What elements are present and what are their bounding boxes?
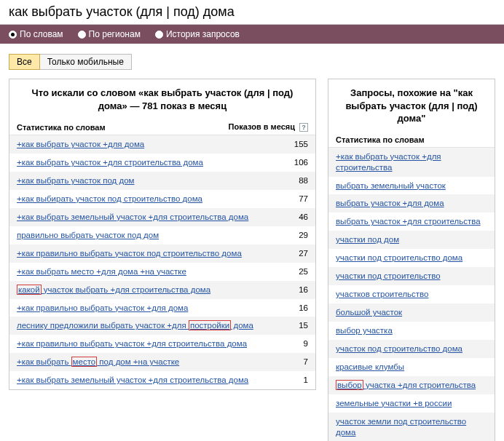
table-row: +как правильно выбрать участок +для дома… <box>9 299 315 317</box>
query-link[interactable]: красивые клумбы <box>336 362 404 371</box>
query-link[interactable]: +как правильно выбрать участок +для стро… <box>17 339 247 348</box>
tab-mobile-only[interactable]: Только мобильные <box>40 54 132 70</box>
query-link[interactable]: +как правильно выбрать участок +для дома <box>17 303 188 312</box>
query-link[interactable]: большой участок <box>336 308 402 317</box>
query-link[interactable]: +как выбрать участок +для строительства … <box>17 158 203 167</box>
table-row: земельные участки +в россии <box>328 394 495 413</box>
table-row: правильно выбрать участок под дом29 <box>9 226 315 245</box>
impressions-count: 155 <box>288 139 308 150</box>
impressions-count: 16 <box>293 285 308 295</box>
panel-similar-queries: Запросы, похожие на "как выбрать участок… <box>328 79 495 441</box>
table-row: +как выбрать участок +для строительства … <box>9 154 315 172</box>
col-impressions: Показов в месяц ? <box>229 122 308 132</box>
radio-icon <box>9 31 17 39</box>
impressions-count: 27 <box>293 248 308 259</box>
table-row: +как выбрать участок +для строительства <box>328 148 495 177</box>
table-row: участок под строительство дома <box>328 340 495 358</box>
radio-icon <box>155 31 163 39</box>
impressions-count: 88 <box>293 175 308 186</box>
table-row: участки под строительство <box>328 267 495 285</box>
search-input[interactable] <box>6 3 498 21</box>
query-link[interactable]: участки под дом <box>336 235 399 244</box>
search-bar <box>0 0 504 25</box>
impressions-count: 106 <box>288 157 308 168</box>
query-link[interactable]: выбрать участок +для дома <box>336 199 444 207</box>
query-link[interactable]: +как выбрать место +для дома +на участке <box>17 267 186 276</box>
query-link[interactable]: участки под строительство дома <box>336 253 462 262</box>
table-row: +как выбрать земельный участок +для стро… <box>9 371 315 389</box>
col-words: Статистика по словам <box>336 135 425 144</box>
query-link[interactable]: +как выбирать участок под строительство … <box>17 194 202 203</box>
impressions-count: 16 <box>293 303 308 314</box>
query-link[interactable]: +как выбрать земельный участок +для стро… <box>17 376 248 384</box>
filter-label: По регионам <box>89 29 141 39</box>
impressions-count: 7 <box>298 357 308 368</box>
table-row: выбрать участок +для строительства <box>328 212 495 231</box>
panel-searched-with: Что искали со словом «как выбрать участо… <box>9 79 316 390</box>
filter-label: По словам <box>20 29 63 39</box>
tab-all[interactable]: Все <box>9 54 40 70</box>
table-row: выбор участка <box>328 322 495 340</box>
device-tabs: Все Только мобильные <box>9 54 504 70</box>
table-row: выбор участка +для строительства <box>328 376 495 394</box>
table-body: +как выбрать участок +для дома155+как вы… <box>9 135 315 389</box>
table-row: выбрать земельный участок <box>328 177 495 195</box>
impressions-count: 46 <box>293 212 308 223</box>
query-link[interactable]: земельные участки +в россии <box>336 399 452 408</box>
impressions-count: 1 <box>298 375 308 386</box>
table-row: +как правильно выбрать участок +для стро… <box>9 335 315 353</box>
query-link[interactable]: +как выбрать участок под дом <box>17 176 135 185</box>
table-row: +как выбрать место +для дома +на участке… <box>9 263 315 281</box>
table-row: красивые клумбы <box>328 358 495 376</box>
table-body: +как выбрать участок +для строительствав… <box>328 148 495 441</box>
panel-title: Что искали со словом «как выбрать участо… <box>9 79 315 119</box>
query-link[interactable]: участков строительство <box>336 290 429 298</box>
query-link[interactable]: правильно выбрать участок под дом <box>17 231 159 239</box>
col-words: Статистика по словам <box>17 123 106 132</box>
query-link[interactable]: +как выбрать земельный участок +для стро… <box>17 212 248 221</box>
radio-icon <box>78 31 86 39</box>
query-link[interactable]: участок земли под строительство дома <box>336 417 466 437</box>
impressions-count: 77 <box>293 194 308 204</box>
query-link[interactable]: выбор участка <box>336 326 393 335</box>
table-row: участков строительство <box>328 285 495 303</box>
table-row: участок земли под строительство дома <box>328 413 495 441</box>
impressions-count: 15 <box>293 320 308 331</box>
table-row: участки под строительство дома <box>328 249 495 267</box>
table-header: Статистика по словам Показов в месяц ? <box>9 119 315 135</box>
query-link[interactable]: участки под строительство <box>336 271 441 280</box>
panel-title: Запросы, похожие на "как выбрать участок… <box>328 79 495 132</box>
query-link[interactable]: выбрать земельный участок <box>336 181 446 190</box>
table-row: +как выбирать участок под строительство … <box>9 190 315 208</box>
query-link[interactable]: +как выбрать участок +для дома <box>17 140 144 148</box>
table-row: +как правильно выбрать участок под строи… <box>9 245 315 263</box>
query-link[interactable]: +как выбрать участок +для строительства <box>336 152 441 172</box>
query-link[interactable]: участок под строительство дома <box>336 344 462 353</box>
table-row: леснику предложили выбрать участок +для … <box>9 317 315 335</box>
results-panels: Что искали со словом «как выбрать участо… <box>0 70 504 441</box>
table-row: участки под дом <box>328 231 495 249</box>
impressions-count: 29 <box>293 230 308 241</box>
table-row: выбрать участок +для дома <box>328 194 495 212</box>
table-row: большой участок <box>328 303 495 322</box>
table-row: +как выбрать земельный участок +для стро… <box>9 208 315 226</box>
table-row: +как выбрать место под дом +на участке7 <box>9 353 315 371</box>
query-link[interactable]: леснику предложили выбрать участок +для … <box>17 320 253 330</box>
table-row: какой участок выбрать +для строительства… <box>9 281 315 299</box>
table-row: +как выбрать участок +для дома155 <box>9 135 315 154</box>
query-link[interactable]: выбор участка +для строительства <box>336 380 476 390</box>
filter-bar: По словам По регионам История запросов <box>0 25 504 44</box>
filter-label: История запросов <box>166 29 240 39</box>
impressions-count: 9 <box>298 338 308 349</box>
query-link[interactable]: какой участок выбрать +для строительства… <box>17 285 210 295</box>
query-link[interactable]: +как правильно выбрать участок под строи… <box>17 249 242 258</box>
table-row: +как выбрать участок под дом88 <box>9 172 315 190</box>
filter-by-regions[interactable]: По регионам <box>78 29 141 39</box>
query-link[interactable]: выбрать участок +для строительства <box>336 217 481 226</box>
filter-query-history[interactable]: История запросов <box>155 29 240 39</box>
filter-by-words[interactable]: По словам <box>9 29 63 39</box>
help-icon[interactable]: ? <box>299 123 308 132</box>
impressions-count: 25 <box>293 266 308 277</box>
table-header: Статистика по словам <box>328 132 495 148</box>
query-link[interactable]: +как выбрать место под дом +на участке <box>17 357 179 367</box>
